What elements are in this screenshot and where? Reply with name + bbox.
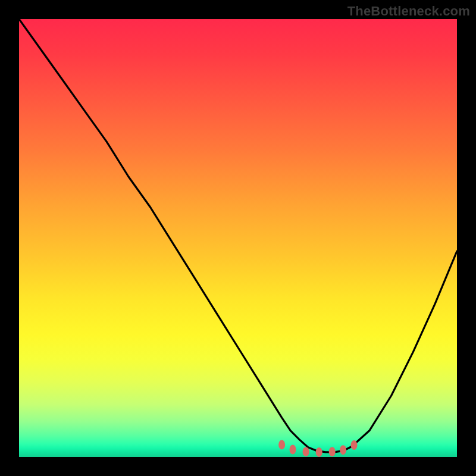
bottleneck-curve xyxy=(19,19,457,452)
marker-dot xyxy=(351,440,358,450)
optimal-range-markers xyxy=(278,440,357,457)
marker-dot xyxy=(290,445,296,455)
curve-layer xyxy=(19,19,457,457)
marker-dot xyxy=(316,447,322,457)
marker-dot xyxy=(303,447,309,456)
watermark-text: TheBottleneck.com xyxy=(347,4,470,19)
marker-dot xyxy=(340,445,346,455)
marker-dot xyxy=(329,447,336,456)
chart-frame: TheBottleneck.com xyxy=(0,0,476,476)
plot-area xyxy=(19,19,457,457)
marker-dot xyxy=(278,440,285,449)
